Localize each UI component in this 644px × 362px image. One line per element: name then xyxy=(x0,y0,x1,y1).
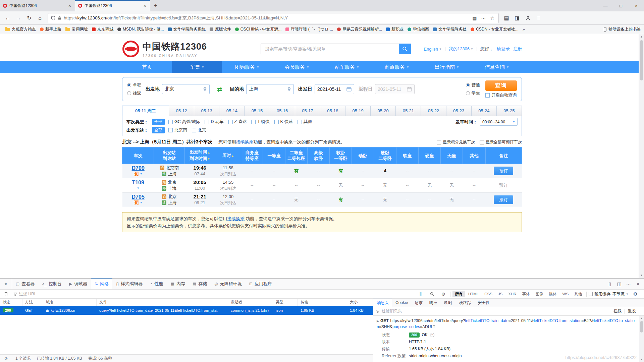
bookmark-item-12[interactable]: 文华学院教务处 xyxy=(431,25,469,33)
details-tab-2[interactable]: 请求 xyxy=(411,299,426,307)
login-link[interactable]: 请登录 xyxy=(497,46,510,52)
nav-item-3[interactable]: 会员服务 ▼ xyxy=(272,61,322,73)
bookmark-item-7[interactable]: OSCHINA - 中文开源... xyxy=(233,25,284,33)
request-column-header[interactable]: 大小 xyxy=(347,299,373,306)
request-column-header[interactable]: 类型 xyxy=(273,299,298,306)
minimize-button[interactable]: — xyxy=(598,0,613,11)
column-header[interactable]: 历时▲ xyxy=(215,147,241,164)
bookmark-item-11[interactable]: 学信档案 xyxy=(406,25,431,33)
train-number-link[interactable]: T109 xyxy=(123,180,153,186)
filter-pill-3[interactable]: JS xyxy=(496,291,505,297)
bookmark-item-0[interactable]: 火狐官方站点 xyxy=(3,25,38,33)
scroll-up-icon[interactable]: ▲ xyxy=(639,34,644,40)
train-number-link[interactable]: D705 xyxy=(123,194,153,200)
details-tab-4[interactable]: 耗时 xyxy=(441,299,455,307)
register-link[interactable]: 注册 xyxy=(513,46,522,52)
date-tab-14[interactable]: 05-25 xyxy=(497,106,522,116)
scroll-down-icon[interactable]: ▼ xyxy=(639,357,644,362)
disable-cache-checkbox[interactable]: 禁用缓存 xyxy=(589,291,610,297)
tab-close-icon[interactable]: × xyxy=(68,3,72,8)
nav-item-6[interactable]: 出行指南 ▼ xyxy=(422,61,472,73)
page-actions-icon[interactable]: ⋯ xyxy=(480,15,487,21)
shield-icon[interactable] xyxy=(51,16,55,20)
network-settings-icon[interactable]: ⚙ xyxy=(631,290,640,298)
transfer-link[interactable]: 接续换乘 xyxy=(236,139,254,144)
radio-option[interactable]: 学生 xyxy=(466,90,480,96)
page-scrollbar[interactable]: ▲ ▼ xyxy=(639,34,644,278)
responsive-mode-icon[interactable]: ▯ xyxy=(605,280,614,288)
railway-logo[interactable]: 中国铁路12306 12306 CHINA RAILWAY xyxy=(122,40,207,58)
url-filter-input[interactable]: 过滤 URL xyxy=(12,291,153,297)
train-type-checkbox[interactable]: D-动车 xyxy=(205,119,223,125)
filter-pill-0[interactable]: 所有 xyxy=(452,291,465,297)
train-number-link[interactable]: D709 xyxy=(123,165,153,171)
maximize-button[interactable]: □ xyxy=(613,0,629,11)
search-icon[interactable] xyxy=(427,290,437,298)
nav-item-4[interactable]: 站车服务 ▼ xyxy=(322,61,372,73)
details-tab-5[interactable]: 栈跟踪 xyxy=(455,299,474,307)
language-select[interactable]: English▼ xyxy=(424,47,442,52)
request-column-header[interactable]: 传输 xyxy=(298,299,347,306)
block-button[interactable]: 拦截 xyxy=(613,308,622,314)
date-tab-6[interactable]: 05-17 xyxy=(295,106,320,116)
nav-item-7[interactable]: 信息查询 ▼ xyxy=(472,61,522,73)
devtools-tab-5[interactable]: ◔ 性能 xyxy=(146,279,167,289)
depart-date-input[interactable]: 2021-05-11 xyxy=(315,84,354,94)
bookmark-item-1[interactable]: 新手上路 xyxy=(38,25,63,33)
sort-icon[interactable]: ▲ xyxy=(207,151,210,154)
filter-pill-4[interactable]: XHR xyxy=(506,291,519,297)
details-scrollbar[interactable]: ▲ ▼ xyxy=(639,316,644,362)
resend-button[interactable]: 重发 xyxy=(628,308,636,314)
station-checkbox[interactable]: 北京 xyxy=(192,127,206,133)
scrollbar-thumb[interactable] xyxy=(640,40,643,80)
sort-icon[interactable]: ▲ xyxy=(231,155,234,158)
search-input[interactable]: 搜索车票/餐饮/常旅客/相关规章 xyxy=(261,44,399,54)
devtools-tab-3[interactable]: ⇅ 网络 xyxy=(91,279,112,289)
request-column-header[interactable]: 方法 xyxy=(22,299,43,306)
filter-pill-9[interactable]: 其他 xyxy=(572,291,584,297)
close-button[interactable]: × xyxy=(629,0,644,11)
devtools-tab-9[interactable]: ⊞ 应用程序 xyxy=(246,279,276,289)
details-tab-3[interactable]: 响应 xyxy=(426,299,441,307)
browser-tab-active[interactable]: 中国铁路12306 × xyxy=(75,0,150,11)
auto-query-checkbox[interactable]: 开启自动查询 xyxy=(485,93,517,98)
book-button[interactable]: 预订 xyxy=(494,167,513,175)
date-tab-10[interactable]: 05-21 xyxy=(396,106,421,116)
bookmark-item-10[interactable]: 新职业 xyxy=(384,25,406,33)
devtools-tab-0[interactable]: ▢ 查看器 xyxy=(12,279,38,289)
account-icon[interactable] xyxy=(523,13,533,23)
clear-icon[interactable]: ⊘ xyxy=(3,354,9,362)
devtools-menu-icon[interactable]: ⋯ xyxy=(624,280,633,288)
home-button[interactable]: ⌂ xyxy=(35,13,45,23)
mobile-bookmarks[interactable]: 移动设备上的书签 xyxy=(604,26,641,32)
bookmark-item-13[interactable]: CSDN - 专业开发者社... xyxy=(469,25,521,33)
nav-item-5[interactable]: 商旅服务 ▼ xyxy=(372,61,422,73)
devtools-close-icon[interactable]: × xyxy=(633,280,643,288)
split-console-icon[interactable]: ◫ xyxy=(614,280,624,288)
details-tab-1[interactable]: Cookie xyxy=(392,299,411,307)
date-tab-0[interactable]: 05-11 周二 xyxy=(122,106,169,116)
show-all-checkbox[interactable]: 显示全部可预订车次 xyxy=(480,139,522,145)
scroll-up-icon[interactable]: ▲ xyxy=(639,316,644,321)
menu-icon[interactable]: ≡ xyxy=(534,13,544,23)
tab-close-icon[interactable]: × xyxy=(143,3,147,8)
back-button[interactable]: ← xyxy=(3,13,13,23)
bookmark-item-6[interactable]: 原版软件 xyxy=(208,25,233,33)
date-tab-12[interactable]: 05-23 xyxy=(446,106,472,116)
reload-button[interactable]: ↻ xyxy=(24,13,34,23)
library-icon[interactable]: ▤ xyxy=(501,13,512,23)
pause-log-icon[interactable]: Ⅱ xyxy=(416,290,425,298)
forward-button[interactable]: → xyxy=(13,13,23,23)
devtools-tab-2[interactable]: ▶ 调试器 xyxy=(65,279,91,289)
request-row[interactable]: 200 GET kyfw.12306.cn query?leftTicketDT… xyxy=(0,306,373,315)
throttle-select[interactable]: 不节流▼ xyxy=(612,291,629,297)
swap-stations-button[interactable]: ⇄ xyxy=(214,85,225,94)
nav-item-0[interactable]: 首页 xyxy=(122,61,172,73)
filter-pill-6[interactable]: 图像 xyxy=(533,291,546,297)
date-tab-8[interactable]: 05-19 xyxy=(345,106,371,116)
browser-tab-inactive[interactable]: 中国铁路12306 × xyxy=(0,0,75,11)
filter-pill-5[interactable]: 字体 xyxy=(520,291,532,297)
address-bar[interactable]: https://kyfw.12306.cn/otn/leftTicket/ini… xyxy=(48,13,499,23)
date-tab-3[interactable]: 05-14 xyxy=(219,106,245,116)
show-points-checkbox[interactable]: 显示积分兑换车次 xyxy=(437,139,475,145)
